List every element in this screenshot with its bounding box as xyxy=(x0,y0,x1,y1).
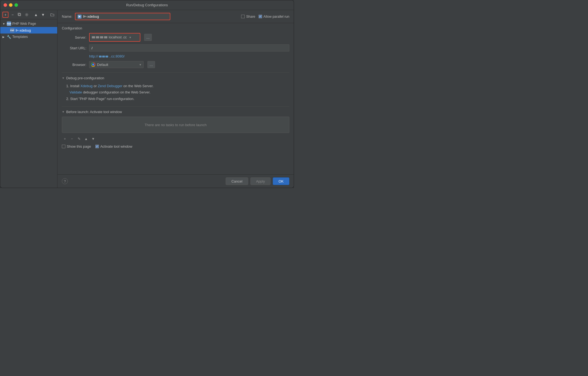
checkbox-row: Show this page ✓ Activate tool window xyxy=(62,143,289,148)
help-button[interactable]: ? xyxy=(62,178,68,184)
launch-edit-button[interactable]: ✎ xyxy=(76,136,82,142)
server-more-button[interactable]: … xyxy=(144,34,152,41)
browser-label: Browser: xyxy=(62,63,86,67)
down-button[interactable]: ▼ xyxy=(40,12,46,18)
parallel-checkbox[interactable]: ✓ xyxy=(259,15,262,18)
launch-placeholder: There are no tasks to run before launch xyxy=(145,123,207,127)
step1-end: on the Web Server. xyxy=(123,84,154,88)
debug-section-header[interactable]: ▼ Debug pre-configuration xyxy=(62,76,289,80)
debug-section: ▼ Debug pre-configuration 1. Install Xde… xyxy=(62,72,289,102)
validate-link[interactable]: Validate xyxy=(69,90,82,94)
browser-dropdown-arrow[interactable]: ▼ xyxy=(137,63,143,66)
tree-item-templates[interactable]: ▶ 🔧 Templates xyxy=(0,34,57,40)
activate-window-checkbox[interactable]: ✓ xyxy=(95,145,99,148)
php-group-icon: PHP xyxy=(7,22,11,26)
debug-section-arrow: ▼ xyxy=(62,77,65,80)
step1-text: 1. Install xyxy=(66,84,80,88)
config-toolbar: + − ▲ ▼ xyxy=(0,10,57,19)
zend-link[interactable]: Zend Debugger xyxy=(98,84,122,88)
remove-config-button[interactable]: − xyxy=(10,12,16,18)
cancel-button[interactable]: Cancel xyxy=(226,177,248,185)
window-controls xyxy=(4,3,18,7)
bottom-left: ? xyxy=(62,178,68,184)
chrome-icon xyxy=(91,62,95,67)
tree-group-php-web-page[interactable]: ▼ PHP PHP Web Page xyxy=(0,20,57,27)
browser-value: Default xyxy=(97,63,137,67)
show-page-checkbox[interactable] xyxy=(62,145,65,148)
share-checkbox[interactable] xyxy=(241,15,245,18)
run-icon: ▶ xyxy=(78,15,81,19)
config-section-title: Configuration xyxy=(62,26,289,30)
run-debug-configurations-dialog: Run/Debug Configurations + − xyxy=(0,0,294,188)
parallel-label: Allow parallel run xyxy=(263,15,289,19)
url-hint-row: http:// ..cc:8080/ xyxy=(89,54,289,58)
launch-toolbar: + − ✎ ▲ ▼ xyxy=(62,135,289,143)
xdebug-icon: PHP xyxy=(10,28,14,32)
launch-section-arrow: ▼ xyxy=(62,110,65,113)
launch-down-button[interactable]: ▼ xyxy=(90,136,96,142)
dialog-title: Run/Debug Configurations xyxy=(126,3,168,7)
title-bar: Run/Debug Configurations xyxy=(0,0,294,10)
templates-arrow: ▶ xyxy=(2,35,6,38)
browser-more-button[interactable]: … xyxy=(147,61,155,68)
right-panel: Name: ▶ ⊫-xdebug Share ✓ Allow parallel … xyxy=(57,10,294,188)
launch-add-button[interactable]: + xyxy=(62,136,68,142)
name-input-wrapper: ▶ ⊫-xdebug xyxy=(75,13,170,20)
server-display[interactable]: localhost .cc ▼ xyxy=(90,34,139,41)
launch-section-header[interactable]: ▼ Before launch: Activate tool window xyxy=(62,110,289,114)
launch-section: ▼ Before launch: Activate tool window Th… xyxy=(62,106,289,148)
name-input-display: ▶ ⊫-xdebug xyxy=(76,14,169,19)
group-arrow: ▼ xyxy=(2,22,6,25)
server-value: localhost .cc xyxy=(92,35,127,39)
debug-step-1: 1. Install Xdebug or Zend Debugger on th… xyxy=(66,83,289,89)
settings-button[interactable] xyxy=(24,12,30,18)
start-url-row: Start URL: xyxy=(62,44,289,51)
name-value: ⊫-xdebug xyxy=(83,14,99,19)
config-section: Configuration Server: xyxy=(57,23,294,174)
folder-button[interactable] xyxy=(49,12,55,18)
debug-validate: Validate debugger configuration on the W… xyxy=(66,89,289,95)
show-page-label: Show this page xyxy=(67,144,91,148)
launch-remove-button[interactable]: − xyxy=(69,136,75,142)
server-pixel-blocks: localhost .cc xyxy=(92,35,127,39)
url-hint-link[interactable]: http:// ..cc:8080/ xyxy=(89,54,289,58)
debug-section-title: Debug pre-configuration xyxy=(66,76,104,80)
apply-button[interactable]: Apply xyxy=(250,177,271,185)
share-item: Share xyxy=(241,15,255,19)
config-tree: ▼ PHP PHP Web Page PHP ⊫-xdebug ▶ 🔧 Temp… xyxy=(0,19,57,188)
main-container: + − ▲ ▼ xyxy=(0,10,294,188)
up-button[interactable]: ▲ xyxy=(33,12,39,18)
share-row: Share ✓ Allow parallel run xyxy=(241,15,289,19)
launch-up-button[interactable]: ▲ xyxy=(83,136,89,142)
templates-label: Templates xyxy=(12,35,28,39)
copy-config-button[interactable] xyxy=(17,12,23,18)
tree-item-xdebug[interactable]: PHP ⊫-xdebug xyxy=(0,27,57,34)
share-label: Share xyxy=(246,15,255,19)
or-text: or xyxy=(93,84,98,88)
name-label: Name: xyxy=(62,14,72,19)
xdebug-link[interactable]: Xdebug xyxy=(80,84,93,88)
server-label: Server: xyxy=(62,35,86,40)
start-url-label: Start URL: xyxy=(62,46,86,50)
xdebug-label: ⊫-xdebug xyxy=(16,28,31,32)
start-url-input[interactable] xyxy=(89,44,289,51)
maximize-button[interactable] xyxy=(14,3,18,7)
svg-rect-1 xyxy=(18,13,20,15)
launch-area: There are no tasks to run before launch xyxy=(62,117,289,133)
ok-button[interactable]: OK xyxy=(273,177,289,185)
browser-row: Browser: Default ▼ … xyxy=(62,61,289,68)
server-input-wrapper: localhost .cc ▼ xyxy=(89,33,140,42)
server-dropdown-arrow[interactable]: ▼ xyxy=(128,36,133,39)
activate-window-item: ✓ Activate tool window xyxy=(95,144,132,148)
debug-content: 1. Install Xdebug or Zend Debugger on th… xyxy=(62,83,289,102)
close-button[interactable] xyxy=(4,3,7,7)
add-config-button[interactable]: + xyxy=(2,12,8,18)
browser-combo[interactable]: Default ▼ xyxy=(89,61,144,68)
left-panel: + − ▲ ▼ xyxy=(0,10,57,188)
show-page-item: Show this page xyxy=(62,144,91,148)
launch-section-title: Before launch: Activate tool window xyxy=(66,110,122,114)
activate-window-label: Activate tool window xyxy=(100,144,132,148)
minimize-button[interactable] xyxy=(9,3,13,7)
svg-rect-0 xyxy=(19,14,21,16)
name-row: Name: ▶ ⊫-xdebug Share ✓ Allow parallel … xyxy=(57,10,294,23)
